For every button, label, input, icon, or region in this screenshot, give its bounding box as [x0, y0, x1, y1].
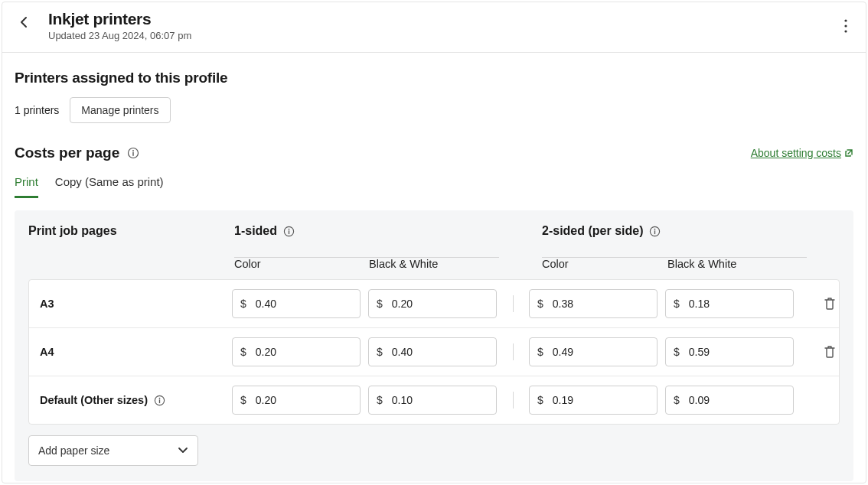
svg-point-4	[132, 150, 134, 151]
costs-table: Print job pages 1-sided 2-sided (per sid…	[15, 210, 853, 481]
currency-symbol: $	[377, 298, 383, 310]
table-row: A3$$$$	[29, 280, 839, 328]
two-sided-bw-cost-input[interactable]	[687, 393, 785, 407]
external-link-icon	[844, 148, 853, 158]
currency-symbol: $	[674, 346, 680, 358]
one-sided-color-cost-input[interactable]	[254, 297, 352, 311]
column-header-one-sided: 1-sided	[231, 224, 530, 238]
table-row: A4$$$$	[29, 328, 839, 376]
chevron-down-icon	[178, 447, 188, 454]
assigned-heading: Printers assigned to this profile	[15, 70, 853, 86]
currency-symbol: $	[240, 298, 246, 310]
one-sided-color-cost[interactable]: $	[232, 386, 361, 415]
one-sided-color-cost-input[interactable]	[254, 345, 352, 359]
tab-print[interactable]: Print	[15, 175, 38, 198]
row-size-label: A4	[40, 346, 54, 358]
info-icon[interactable]	[127, 147, 139, 159]
back-button[interactable]	[15, 13, 33, 31]
subheader-bw-1: Black & White	[369, 258, 530, 270]
currency-symbol: $	[674, 394, 680, 406]
more-menu-button[interactable]	[841, 16, 850, 36]
about-costs-link[interactable]: About setting costs	[751, 147, 853, 159]
currency-symbol: $	[377, 394, 383, 406]
svg-point-0	[844, 19, 847, 21]
column-header-size: Print job pages	[28, 224, 231, 238]
printers-count: 1 printers	[15, 104, 59, 116]
currency-symbol: $	[537, 394, 543, 406]
two-sided-color-cost[interactable]: $	[529, 386, 658, 415]
svg-point-7	[289, 228, 290, 229]
svg-point-2	[844, 30, 847, 32]
two-sided-color-cost-input[interactable]	[551, 297, 649, 311]
row-size-label: A3	[40, 298, 54, 310]
two-sided-color-cost[interactable]: $	[529, 289, 658, 318]
currency-symbol: $	[240, 346, 246, 358]
table-row: Default (Other sizes)$$$$	[29, 376, 839, 424]
two-sided-color-cost-input[interactable]	[551, 345, 649, 359]
svg-rect-11	[654, 230, 655, 234]
svg-rect-5	[133, 152, 134, 156]
page-header: Inkjet printers Updated 23 Aug 2024, 06:…	[2, 2, 866, 53]
page-title: Inkjet printers	[48, 10, 191, 28]
svg-point-1	[844, 24, 847, 27]
add-paper-size-select[interactable]: Add paper size	[28, 435, 198, 466]
one-sided-bw-cost[interactable]: $	[368, 337, 497, 366]
delete-row-button[interactable]	[819, 292, 840, 315]
svg-point-13	[159, 397, 161, 399]
currency-symbol: $	[240, 394, 246, 406]
trash-icon	[824, 345, 836, 359]
one-sided-bw-cost-input[interactable]	[390, 345, 488, 359]
one-sided-bw-cost-input[interactable]	[390, 393, 488, 407]
one-sided-color-cost-input[interactable]	[254, 393, 352, 407]
one-sided-bw-cost[interactable]: $	[368, 289, 497, 318]
subheader-bw-2: Black & White	[667, 258, 805, 270]
subheader-color-2: Color	[530, 258, 667, 270]
info-icon[interactable]	[649, 226, 661, 237]
currency-symbol: $	[537, 298, 543, 310]
currency-symbol: $	[377, 346, 383, 358]
one-sided-bw-cost-input[interactable]	[390, 297, 488, 311]
column-header-two-sided: 2-sided (per side)	[530, 224, 821, 238]
svg-rect-14	[159, 399, 160, 403]
page-subtitle: Updated 23 Aug 2024, 06:07 pm	[48, 30, 191, 41]
two-sided-color-cost[interactable]: $	[529, 337, 658, 366]
dots-vertical-icon	[844, 19, 847, 33]
one-sided-color-cost[interactable]: $	[232, 289, 361, 318]
row-size-label: Default (Other sizes)	[40, 394, 148, 406]
tab-copy[interactable]: Copy (Same as print)	[55, 175, 164, 198]
manage-printers-button[interactable]: Manage printers	[70, 97, 170, 123]
currency-symbol: $	[674, 298, 680, 310]
two-sided-bw-cost[interactable]: $	[665, 386, 794, 415]
subheader-color-1: Color	[231, 258, 369, 270]
one-sided-bw-cost[interactable]: $	[368, 386, 497, 415]
two-sided-bw-cost-input[interactable]	[687, 345, 785, 359]
info-icon[interactable]	[283, 226, 295, 237]
two-sided-bw-cost[interactable]: $	[665, 337, 794, 366]
chevron-left-icon	[20, 16, 28, 28]
two-sided-color-cost-input[interactable]	[551, 393, 649, 407]
currency-symbol: $	[537, 346, 543, 358]
two-sided-bw-cost[interactable]: $	[665, 289, 794, 318]
two-sided-bw-cost-input[interactable]	[687, 297, 785, 311]
trash-icon	[824, 297, 836, 311]
costs-heading: Costs per page	[15, 145, 119, 161]
one-sided-color-cost[interactable]: $	[232, 337, 361, 366]
svg-rect-8	[289, 230, 289, 234]
info-icon[interactable]	[154, 395, 165, 406]
svg-point-10	[654, 228, 656, 229]
delete-row-button[interactable]	[819, 340, 840, 363]
